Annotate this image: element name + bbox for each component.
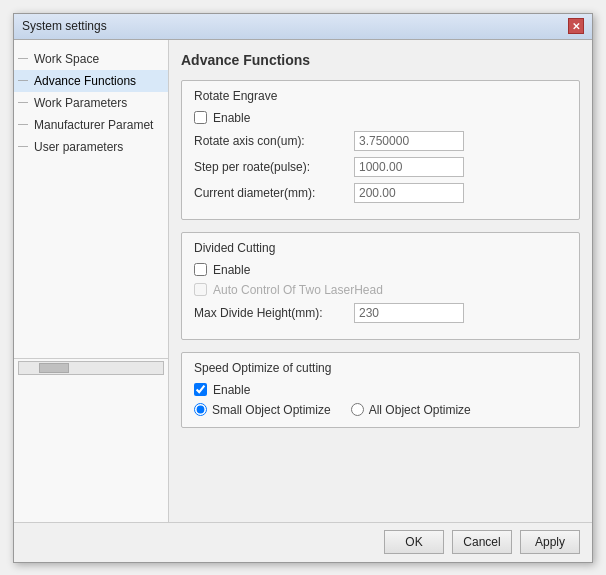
step-per-rotate-input[interactable] bbox=[354, 157, 464, 177]
speed-optimize-title: Speed Optimize of cutting bbox=[194, 361, 567, 375]
sidebar-scrollbar[interactable] bbox=[14, 358, 168, 378]
sidebar-item-work-space[interactable]: Work Space bbox=[14, 48, 168, 70]
apply-button[interactable]: Apply bbox=[520, 530, 580, 554]
all-object-radio[interactable] bbox=[351, 403, 364, 416]
sidebar: Work Space Advance Functions Work Parame… bbox=[14, 40, 169, 522]
current-diameter-label: Current diameter(mm): bbox=[194, 186, 354, 200]
title-bar: System settings ✕ bbox=[14, 14, 592, 40]
speed-enable-row: Enable bbox=[194, 383, 567, 397]
speed-optimize-section: Speed Optimize of cutting Enable Small O… bbox=[181, 352, 580, 428]
auto-control-row: Auto Control Of Two LaserHead bbox=[194, 283, 567, 297]
main-content: Advance Functions Rotate Engrave Enable … bbox=[169, 40, 592, 522]
rotate-engrave-section: Rotate Engrave Enable Rotate axis con(um… bbox=[181, 80, 580, 220]
small-object-radio[interactable] bbox=[194, 403, 207, 416]
sidebar-item-work-parameters[interactable]: Work Parameters bbox=[14, 92, 168, 114]
current-diameter-row: Current diameter(mm): bbox=[194, 183, 567, 203]
current-diameter-input[interactable] bbox=[354, 183, 464, 203]
max-divide-input[interactable] bbox=[354, 303, 464, 323]
sidebar-item-user-parameters[interactable]: User parameters bbox=[14, 136, 168, 158]
rotate-axis-input[interactable] bbox=[354, 131, 464, 151]
system-settings-window: System settings ✕ Work Space Advance Fun… bbox=[13, 13, 593, 563]
max-divide-row: Max Divide Height(mm): bbox=[194, 303, 567, 323]
scroll-thumb[interactable] bbox=[39, 363, 69, 373]
rotate-enable-row: Enable bbox=[194, 111, 567, 125]
divided-enable-label[interactable]: Enable bbox=[213, 263, 250, 277]
ok-button[interactable]: OK bbox=[384, 530, 444, 554]
bottom-bar: OK Cancel Apply bbox=[14, 522, 592, 562]
page-title: Advance Functions bbox=[181, 52, 580, 68]
optimize-options-row: Small Object Optimize All Object Optimiz… bbox=[194, 403, 567, 417]
rotate-engrave-title: Rotate Engrave bbox=[194, 89, 567, 103]
auto-control-checkbox[interactable] bbox=[194, 283, 207, 296]
divided-enable-row: Enable bbox=[194, 263, 567, 277]
auto-control-label: Auto Control Of Two LaserHead bbox=[213, 283, 383, 297]
sidebar-item-manufacturer-param[interactable]: Manufacturer Paramet bbox=[14, 114, 168, 136]
small-object-option: Small Object Optimize bbox=[194, 403, 331, 417]
step-per-rotate-label: Step per roate(pulse): bbox=[194, 160, 354, 174]
step-per-rotate-row: Step per roate(pulse): bbox=[194, 157, 567, 177]
rotate-axis-label: Rotate axis con(um): bbox=[194, 134, 354, 148]
speed-enable-checkbox[interactable] bbox=[194, 383, 207, 396]
small-object-label[interactable]: Small Object Optimize bbox=[212, 403, 331, 417]
all-object-option: All Object Optimize bbox=[351, 403, 471, 417]
window-title: System settings bbox=[22, 19, 107, 33]
divided-enable-checkbox[interactable] bbox=[194, 263, 207, 276]
rotate-enable-label[interactable]: Enable bbox=[213, 111, 250, 125]
all-object-label[interactable]: All Object Optimize bbox=[369, 403, 471, 417]
close-button[interactable]: ✕ bbox=[568, 18, 584, 34]
window-content: Work Space Advance Functions Work Parame… bbox=[14, 40, 592, 522]
max-divide-label: Max Divide Height(mm): bbox=[194, 306, 354, 320]
divided-cutting-section: Divided Cutting Enable Auto Control Of T… bbox=[181, 232, 580, 340]
sidebar-item-advance-functions[interactable]: Advance Functions bbox=[14, 70, 168, 92]
horizontal-scrollbar[interactable] bbox=[18, 361, 164, 375]
divided-cutting-title: Divided Cutting bbox=[194, 241, 567, 255]
rotate-axis-row: Rotate axis con(um): bbox=[194, 131, 567, 151]
speed-enable-label[interactable]: Enable bbox=[213, 383, 250, 397]
cancel-button[interactable]: Cancel bbox=[452, 530, 512, 554]
rotate-enable-checkbox[interactable] bbox=[194, 111, 207, 124]
